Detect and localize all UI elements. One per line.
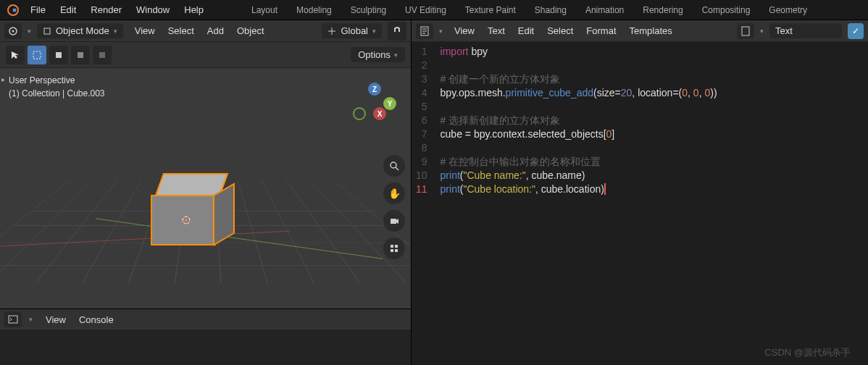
viewport-menu-add[interactable]: Add <box>201 23 230 38</box>
menu-edit[interactable]: Edit <box>53 1 83 18</box>
select-mode-2-icon[interactable] <box>71 46 90 64</box>
select-mode-icon[interactable] <box>49 46 68 64</box>
top-menu-bar: FileEditRenderWindowHelp LayoutModelingS… <box>0 0 868 20</box>
texteditor-menu-templates[interactable]: Templates <box>624 23 678 38</box>
camera-icon[interactable] <box>383 210 405 232</box>
console-menu-view[interactable]: View <box>40 312 72 327</box>
text-datablock-icon[interactable] <box>737 23 754 39</box>
mode-dropdown[interactable]: Object Mode ▾ <box>37 23 123 38</box>
menu-render[interactable]: Render <box>83 1 129 18</box>
gizmo-z-axis[interactable]: Z <box>368 83 381 96</box>
cursor-tool-icon[interactable] <box>6 46 25 64</box>
svg-rect-5 <box>33 51 41 59</box>
texteditor-type-icon[interactable] <box>416 23 433 39</box>
top-menu-items: FileEditRenderWindowHelp <box>23 4 211 15</box>
zoom-icon[interactable] <box>383 155 405 177</box>
gizmo-neg-axis[interactable] <box>353 107 366 120</box>
axis-icon <box>327 27 336 35</box>
svg-rect-19 <box>395 249 398 252</box>
svg-rect-6 <box>56 52 62 58</box>
svg-rect-17 <box>395 245 398 248</box>
svg-rect-16 <box>391 245 393 248</box>
menu-file[interactable]: File <box>23 1 53 18</box>
perspective-icon[interactable] <box>383 238 405 259</box>
snap-icon[interactable] <box>388 22 406 41</box>
console-menu-console[interactable]: Console <box>73 312 120 327</box>
svg-rect-4 <box>44 28 50 34</box>
svg-marker-15 <box>396 219 398 224</box>
texteditor-header: ▾ ViewTextEditSelectFormatTemplates ▾ Te… <box>412 20 868 42</box>
texteditor-menu-select[interactable]: Select <box>541 23 579 38</box>
texteditor-menu-format[interactable]: Format <box>580 23 622 38</box>
blender-logo[interactable] <box>6 3 20 17</box>
menu-window[interactable]: Window <box>129 1 177 18</box>
run-script-icon[interactable]: ✓ <box>848 23 864 39</box>
console-editor-icon[interactable] <box>4 311 22 327</box>
viewport-side-buttons: ✋ <box>383 155 405 259</box>
viewport-3d[interactable]: ▸ User Perspective (1) Collection | Cube… <box>0 68 411 309</box>
line-gutter: 1234567891011 <box>412 42 435 365</box>
texteditor-menu-view[interactable]: View <box>448 23 480 38</box>
svg-rect-18 <box>391 249 393 252</box>
pan-icon[interactable]: ✋ <box>383 182 405 204</box>
svg-rect-14 <box>391 219 396 224</box>
viewport-menu-select[interactable]: Select <box>162 23 200 38</box>
workspace-tabs: LayoutModelingSculptingUV EditingTexture… <box>243 2 816 18</box>
text-name-field[interactable]: Text <box>769 23 842 38</box>
gizmo-x-axis[interactable]: X <box>373 107 386 120</box>
workspace-tab-modeling[interactable]: Modeling <box>288 2 341 18</box>
workspace-tab-layout[interactable]: Layout <box>243 2 286 18</box>
chevron-down-icon: ▾ <box>28 28 31 35</box>
select-mode-3-icon[interactable] <box>93 46 112 64</box>
workspace-tab-compositing[interactable]: Compositing <box>693 2 759 18</box>
workspace-tab-sculpting[interactable]: Sculpting <box>342 2 395 18</box>
svg-rect-8 <box>99 52 105 58</box>
svg-line-13 <box>396 167 398 170</box>
cube-object[interactable] <box>145 173 232 246</box>
viewport-header: ▾ Object Mode ▾ ViewSelectAddObject Glob… <box>0 20 411 42</box>
texteditor-menu-text[interactable]: Text <box>482 23 511 38</box>
gizmo-y-axis[interactable]: Y <box>383 97 396 110</box>
code-editor[interactable]: 1234567891011 import bpy # 创建一个新的立方体对象bp… <box>412 42 868 365</box>
menu-help[interactable]: Help <box>177 1 211 18</box>
svg-point-12 <box>391 162 396 168</box>
chevron-down-icon: ▾ <box>29 316 33 323</box>
viewport-menu-view[interactable]: View <box>129 23 161 38</box>
workspace-tab-shading[interactable]: Shading <box>526 2 575 18</box>
svg-point-3 <box>12 30 14 32</box>
svg-rect-25 <box>742 27 749 35</box>
select-box-icon[interactable] <box>28 46 46 64</box>
workspace-tab-rendering[interactable]: Rendering <box>634 2 691 18</box>
chevron-down-icon: ▾ <box>439 28 443 35</box>
svg-rect-20 <box>9 316 17 323</box>
workspace-tab-geometry[interactable]: Geometry <box>760 2 816 18</box>
watermark-text: CSDN @源代码杀手 <box>764 346 851 359</box>
console-area: ▾ ViewConsole <box>0 309 411 365</box>
svg-point-11 <box>185 219 188 222</box>
tool-settings-bar: Options▾ <box>0 42 411 68</box>
code-content[interactable]: import bpy # 创建一个新的立方体对象bpy.ops.mesh.pri… <box>435 42 723 365</box>
workspace-tab-animation[interactable]: Animation <box>577 2 633 18</box>
navigation-gizmo[interactable]: Z Y X <box>353 83 396 126</box>
editor-type-icon[interactable] <box>4 23 22 39</box>
viewport-overlay-text: User Perspective (1) Collection | Cube.0… <box>9 74 105 100</box>
workspace-tab-texture-paint[interactable]: Texture Paint <box>456 2 525 18</box>
object-origin-icon <box>181 215 191 225</box>
workspace-tab-uv-editing[interactable]: UV Editing <box>396 2 455 18</box>
orientation-dropdown[interactable]: Global ▾ <box>322 23 382 38</box>
viewport-menu-object[interactable]: Object <box>231 23 270 38</box>
svg-rect-7 <box>78 52 83 58</box>
svg-point-1 <box>13 8 17 12</box>
options-dropdown[interactable]: Options▾ <box>351 47 405 62</box>
panel-toggle-icon[interactable]: ▸ <box>1 75 5 83</box>
texteditor-menu-edit[interactable]: Edit <box>512 23 540 38</box>
cube-icon <box>43 27 51 35</box>
